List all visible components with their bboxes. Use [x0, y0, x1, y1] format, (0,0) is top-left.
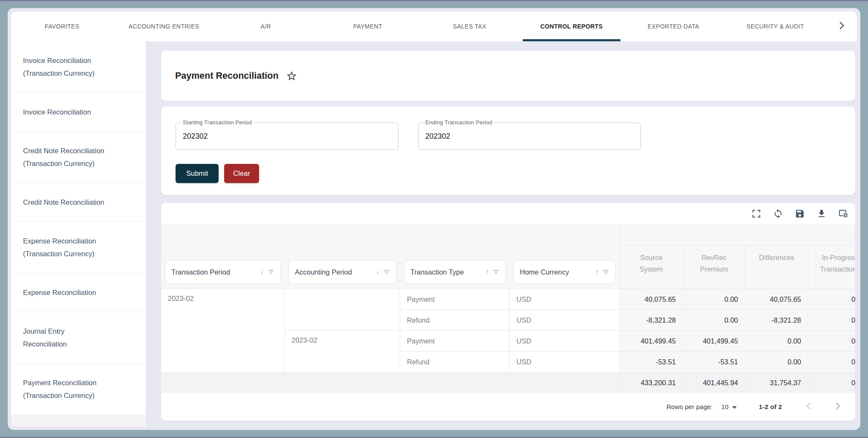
cell-transaction-type: Refund	[400, 352, 510, 372]
nav-tab-security-audit[interactable]: SECURITY & AUDIT	[724, 11, 826, 41]
nav-tab-accounting-entries[interactable]: ACCOUNTING ENTRIES	[113, 11, 215, 41]
nav-tab-a-r[interactable]: A/R	[215, 11, 317, 41]
column-header-label: Accounting Period	[295, 268, 352, 276]
fields-row: Starting Transaction Period Ending Trans…	[176, 123, 841, 150]
cell-value: -53.51	[683, 352, 745, 372]
total-row-spacer	[161, 372, 620, 393]
chevron-left-icon	[804, 401, 814, 413]
app-container: FAVORITESACCOUNTING ENTRIESA/RPAYMENTSAL…	[11, 11, 857, 427]
sidebar-item-expense-reconciliation[interactable]: Expense Reconciliation	[11, 273, 146, 312]
column-header-home-currency[interactable]: Home Currency↑	[513, 261, 616, 283]
fullscreen-icon[interactable]	[751, 209, 761, 219]
rows-per-page-select[interactable]: 10	[721, 403, 736, 411]
cell-accounting-period: 2023-02	[285, 331, 400, 372]
pivot-grid-viewport: Transaction Period↓Accounting Period↓Tra…	[161, 224, 855, 393]
filter-form-card: Starting Transaction Period Ending Trans…	[161, 106, 855, 195]
ending-transaction-period-input[interactable]	[418, 123, 640, 149]
buttons-row: Submit Clear	[176, 164, 841, 183]
nav-tab-favorites[interactable]: FAVORITES	[11, 11, 113, 41]
sidebar-item-invoice-reconciliation[interactable]: Invoice Reconciliation	[11, 93, 146, 132]
sidebar-item-payment-reconciliation[interactable]: Payment Reconciliation	[11, 415, 146, 427]
rows-per-page-value: 10	[721, 403, 728, 411]
sort-asc-icon: ↑	[485, 268, 489, 276]
caret-down-icon	[732, 403, 737, 411]
report-sidebar: Invoice Reconciliation (Transaction Curr…	[11, 41, 146, 427]
cell-value: 0.00	[808, 310, 855, 331]
starting-transaction-period-label: Starting Transaction Period	[181, 119, 254, 126]
total-value: 433,200.31	[620, 372, 683, 393]
values-header-spacer	[620, 224, 855, 245]
column-header-transaction-period[interactable]: Transaction Period↓	[165, 261, 281, 283]
chevron-right-icon	[836, 20, 847, 33]
cell-transaction-type: Refund	[400, 310, 510, 331]
cell-accounting-period-blank	[285, 289, 400, 331]
cell-transaction-type: Payment	[400, 289, 510, 310]
column-header-transaction-type[interactable]: Transaction Type↑	[404, 261, 506, 283]
column-header-label: Transaction Period	[171, 268, 230, 276]
cell-home-currency: USD	[510, 310, 620, 331]
cell-value: -8,321.28	[620, 310, 683, 331]
sidebar-item-payment-reconciliation-transaction-currency-[interactable]: Payment Reconciliation (Transaction Curr…	[11, 364, 146, 415]
column-header-label: Home Currency	[520, 268, 569, 276]
star-outline-icon[interactable]	[286, 70, 297, 82]
value-column-header-revrec-premium: RevRec Premium	[683, 245, 745, 289]
ending-transaction-period-label: Ending Transaction Period	[423, 119, 494, 126]
value-column-header-differences: Differences	[745, 245, 808, 289]
rows-per-page-label: Rows per page:	[666, 403, 713, 411]
sort-asc-icon: ↑	[595, 268, 599, 276]
sidebar-item-invoice-reconciliation-transaction-currency-[interactable]: Invoice Reconciliation (Transaction Curr…	[11, 41, 146, 93]
filter-list-icon[interactable]	[603, 269, 609, 275]
table-pagination: Rows per page: 10 1-2 of 2	[161, 393, 855, 421]
chevron-right-icon	[833, 401, 843, 413]
report-title-card: Payment Reconciliation	[161, 51, 855, 101]
cell-value: 0.00	[808, 289, 855, 310]
cell-value: 0.00	[745, 352, 808, 372]
sidebar-item-journal-entry-reconciliation[interactable]: Journal Entry Reconciliation	[11, 312, 146, 364]
submit-button[interactable]: Submit	[176, 164, 219, 183]
results-table-card: Transaction Period↓Accounting Period↓Tra…	[161, 203, 855, 421]
sort-desc-icon: ↓	[376, 268, 379, 276]
main-content: Payment Reconciliation Starting Transact…	[146, 41, 857, 427]
body-row: Invoice Reconciliation (Transaction Curr…	[11, 41, 857, 427]
column-header-accounting-period[interactable]: Accounting Period↓	[288, 261, 396, 283]
refresh-icon[interactable]	[773, 209, 783, 219]
top-navigation: FAVORITESACCOUNTING ENTRIESA/RPAYMENTSAL…	[11, 11, 857, 41]
nav-tab-exported-data[interactable]: EXPORTED DATA	[623, 11, 724, 41]
cell-home-currency: USD	[510, 331, 620, 352]
cell-value: 0.00	[808, 352, 855, 372]
sort-desc-icon: ↓	[260, 268, 264, 276]
nav-tab-payment[interactable]: PAYMENT	[317, 11, 418, 41]
cell-value: 401,499.45	[683, 331, 745, 352]
save-icon[interactable]	[795, 209, 805, 219]
filter-list-icon[interactable]	[493, 269, 499, 275]
sidebar-item-credit-note-reconciliation[interactable]: Credit Note Reconciliation	[11, 183, 146, 222]
pivot-row-headers: Transaction Period↓Accounting Period↓Tra…	[161, 224, 620, 289]
filter-list-icon[interactable]	[383, 269, 390, 275]
pagination-range: 1-2 of 2	[759, 403, 782, 411]
previous-page-button[interactable]	[803, 401, 814, 412]
cell-value: -53.51	[620, 352, 683, 372]
next-page-button[interactable]	[832, 401, 843, 412]
column-header-label: Transaction Type	[410, 268, 464, 276]
filter-list-icon[interactable]	[268, 269, 274, 275]
download-icon[interactable]	[816, 209, 827, 219]
nav-overflow-button[interactable]	[826, 11, 857, 41]
sidebar-item-expense-reconciliation-transaction-currency-[interactable]: Expense Reconciliation (Transaction Curr…	[11, 222, 146, 273]
window-frame: FAVORITESACCOUNTING ENTRIESA/RPAYMENTSAL…	[0, 0, 868, 438]
starting-transaction-period-input[interactable]	[176, 123, 398, 149]
cell-value: 40,075.65	[745, 289, 808, 310]
cell-value: 40,075.65	[620, 289, 683, 310]
ending-transaction-period-field: Ending Transaction Period	[418, 123, 641, 150]
column-panel-icon[interactable]	[838, 209, 848, 219]
total-value: 31,754.37	[745, 372, 808, 393]
clear-button[interactable]: Clear	[224, 164, 259, 183]
page-title: Payment Reconciliation	[175, 71, 279, 81]
sidebar-item-credit-note-reconciliation-transaction-currency-[interactable]: Credit Note Reconciliation (Transaction …	[11, 132, 146, 183]
cell-value: 0.00	[745, 331, 808, 352]
value-column-header-in-progress-transactions: In-Progress Transactions	[808, 245, 855, 289]
nav-tab-control-reports[interactable]: CONTROL REPORTS	[521, 11, 623, 41]
cell-value: 0.00	[808, 331, 855, 352]
nav-tab-sales-tax[interactable]: SALES TAX	[419, 11, 521, 41]
cell-value: 0.00	[683, 289, 745, 310]
nav-tabs: FAVORITESACCOUNTING ENTRIESA/RPAYMENTSAL…	[11, 11, 826, 41]
